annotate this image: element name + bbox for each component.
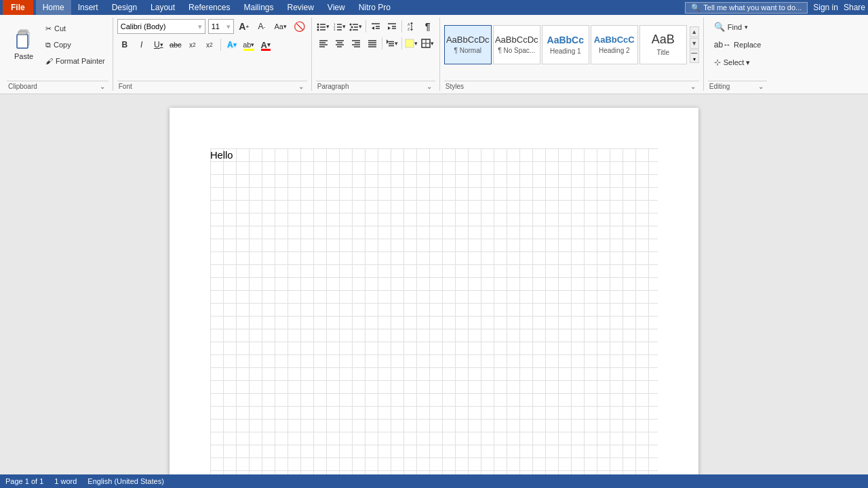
font-name-dropdown[interactable]: ▾ — [198, 22, 202, 31]
copy-button[interactable]: ⧉ Copy — [42, 39, 108, 52]
increase-indent-button[interactable] — [384, 19, 399, 34]
file-menu-button[interactable]: File — [3, 0, 33, 15]
show-paragraph-button[interactable]: ¶ — [420, 19, 435, 34]
font-group-content: Calibri (Body) ▾ 11 ▾ A+ A- Aa▾ 🚫 B I — [117, 19, 307, 79]
highlight-button[interactable]: ab ▾ — [241, 37, 256, 52]
svg-point-6 — [317, 26, 319, 28]
svg-point-20 — [350, 29, 352, 31]
italic-button[interactable]: I — [134, 37, 149, 52]
menu-mailings[interactable]: Mailings — [237, 0, 280, 15]
style-heading2[interactable]: AaBbCcC Heading 2 — [591, 25, 638, 64]
style-title-preview: AaB — [652, 33, 675, 47]
underline-button[interactable]: U▾ — [151, 37, 166, 52]
format-painter-button[interactable]: 🖌 Format Painter — [42, 55, 108, 67]
font-name-input[interactable]: Calibri (Body) ▾ — [117, 19, 205, 34]
sort-button[interactable]: AZ — [404, 19, 419, 34]
numbering-button[interactable]: 1.2.3. ▾ — [332, 19, 347, 34]
document-content[interactable]: Hello — [210, 148, 658, 488]
share-button[interactable]: Share — [844, 3, 865, 12]
paste-icon — [13, 29, 35, 51]
styles-label-row: Styles ⌄ — [444, 81, 699, 91]
tell-me-search[interactable]: 🔍 Tell me what you want to do... — [685, 2, 808, 14]
font-group: Calibri (Body) ▾ 11 ▾ A+ A- Aa▾ 🚫 B I — [113, 18, 312, 91]
svg-rect-2 — [17, 35, 28, 48]
clear-formatting-button[interactable]: 🚫 — [292, 19, 307, 34]
menu-layout[interactable]: Layout — [144, 0, 182, 15]
find-button[interactable]: 🔍 Find ▾ — [708, 19, 754, 35]
align-left-button[interactable] — [316, 36, 331, 51]
document-page: Hello — [170, 108, 698, 488]
language-info[interactable]: English (United States) — [87, 477, 164, 485]
find-dropdown[interactable]: ▾ — [745, 24, 748, 30]
style-no-space[interactable]: AaBbCcDc ¶ No Spac... — [493, 25, 540, 64]
justify-button[interactable] — [365, 36, 380, 51]
font-color-button[interactable]: A ▾ — [258, 37, 273, 52]
search-icon: 🔍 — [691, 3, 701, 12]
replace-button[interactable]: ab↔ Replace — [708, 37, 768, 52]
ribbon: Paste ✂ Cut ⧉ Copy 🖌 Format Painter — [0, 15, 868, 94]
styles-scroll-up[interactable]: ▲ — [690, 26, 699, 37]
styles-group: AaBbCcDc ¶ Normal AaBbCcDc ¶ No Spac... … — [440, 18, 704, 91]
paragraph-expand[interactable]: ⌄ — [425, 82, 434, 91]
menu-insert[interactable]: Insert — [71, 0, 105, 15]
editing-expand[interactable]: ⌄ — [756, 82, 766, 91]
style-heading1[interactable]: AaBbCc Heading 1 — [542, 25, 589, 64]
align-center-button[interactable] — [332, 36, 347, 51]
cut-button[interactable]: ✂ Cut — [42, 22, 108, 35]
sign-in-button[interactable]: Sign in — [813, 3, 838, 12]
word-count[interactable]: 1 word — [54, 477, 77, 485]
para-row2: ▾ ▾ ▾ — [316, 36, 435, 51]
bold-button[interactable]: B — [117, 37, 132, 52]
bullets-button[interactable]: ▾ — [316, 19, 331, 34]
svg-marker-51 — [387, 39, 389, 44]
find-icon: 🔍 — [714, 22, 725, 32]
style-h2-label: Heading 2 — [599, 47, 630, 54]
style-title-label: Title — [656, 49, 669, 56]
svg-point-18 — [351, 26, 353, 28]
menu-home[interactable]: Home — [36, 0, 71, 15]
svg-point-8 — [317, 29, 319, 31]
clipboard-expand[interactable]: ⌄ — [98, 82, 107, 91]
font-size-value: 11 — [212, 22, 220, 30]
borders-button[interactable]: ▾ — [420, 36, 435, 51]
paste-label: Paste — [14, 52, 33, 60]
menu-design[interactable]: Design — [105, 0, 144, 15]
svg-text:Z: Z — [408, 27, 410, 31]
align-right-button[interactable] — [349, 36, 363, 51]
font-size-input[interactable]: 11 ▾ — [208, 19, 234, 34]
style-normal-label: ¶ Normal — [454, 47, 481, 54]
strikethrough-button[interactable]: abc — [168, 37, 183, 52]
paste-button[interactable]: Paste — [7, 19, 41, 70]
subscript-button[interactable]: x2 — [185, 37, 200, 52]
grow-font-button[interactable]: A+ — [237, 19, 252, 34]
styles-expand[interactable]: ⌄ — [688, 82, 698, 91]
shading-button[interactable]: ▾ — [404, 36, 419, 51]
font-size-dropdown[interactable]: ▾ — [226, 22, 231, 31]
style-normal[interactable]: AaBbCcDc ¶ Normal — [444, 25, 492, 64]
decrease-indent-button[interactable] — [368, 19, 383, 34]
style-title[interactable]: AaB Title — [639, 25, 687, 64]
menu-nitropro[interactable]: Nitro Pro — [352, 0, 397, 15]
styles-scroll-down[interactable]: ▼ — [690, 38, 699, 49]
superscript-button[interactable]: x2 — [202, 37, 217, 52]
styles-scroll: ▲ ▼ — ▾ — [690, 26, 699, 63]
menu-view[interactable]: View — [321, 0, 352, 15]
menu-review[interactable]: Review — [280, 0, 320, 15]
shrink-font-button[interactable]: A- — [254, 19, 269, 34]
styles-expand-button[interactable]: — ▾ — [690, 49, 699, 63]
line-spacing-button[interactable]: ▾ — [384, 36, 399, 51]
paragraph-group-content: ▾ 1.2.3. ▾ ▾ — [316, 19, 435, 79]
multilevel-button[interactable]: ▾ — [349, 19, 363, 34]
svg-rect-55 — [406, 39, 414, 47]
cut-icon: ✂ — [45, 24, 52, 33]
style-h2-preview: AaBbCcC — [594, 35, 635, 45]
para-row1: ▾ 1.2.3. ▾ ▾ — [316, 19, 435, 34]
change-case-button[interactable]: Aa▾ — [272, 19, 290, 34]
document-area: Hello — [0, 94, 868, 488]
editing-group: 🔍 Find ▾ ab↔ Replace ⊹ Select ▾ Editing … — [704, 18, 772, 91]
menu-references[interactable]: References — [182, 0, 237, 15]
font-expand[interactable]: ⌄ — [296, 82, 306, 91]
page-info[interactable]: Page 1 of 1 — [5, 477, 43, 485]
text-effects-button[interactable]: A▾ — [224, 37, 239, 52]
select-button[interactable]: ⊹ Select ▾ — [708, 55, 757, 70]
